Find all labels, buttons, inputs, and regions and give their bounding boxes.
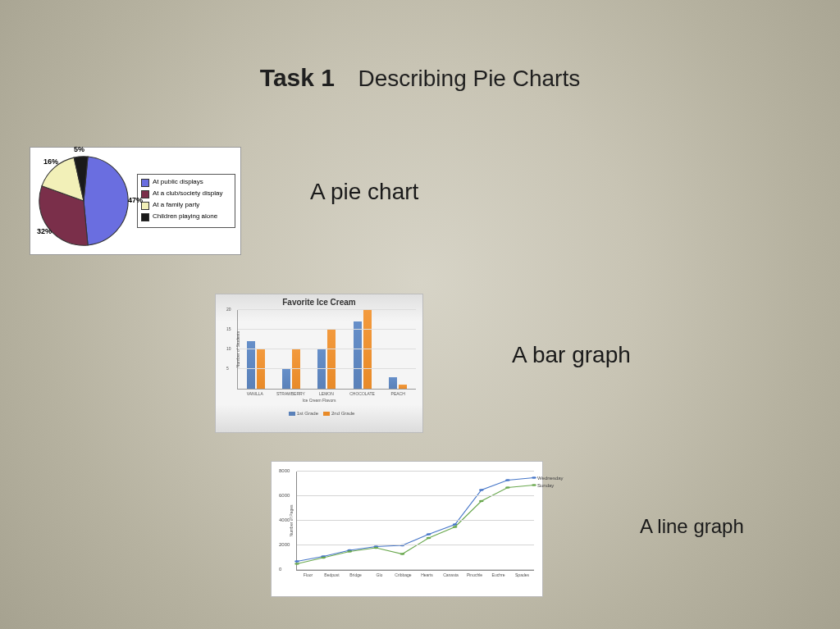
line-xlabels: FloorBedpostBridgeGloCribbageHeartsCanas… [296, 572, 534, 577]
bar [317, 349, 326, 389]
pie-caption: A pie chart [310, 179, 418, 205]
bar-xtick: VANILLA [237, 391, 273, 396]
bar [282, 369, 290, 389]
line-xtick: Hearts [415, 572, 439, 577]
pie-legend-item: At a family party [141, 201, 231, 210]
line-point [400, 553, 405, 554]
bar-xtick: LEMON [308, 391, 345, 396]
line-ytick: 6000 [279, 493, 290, 498]
line-xtick: Cribbage [391, 572, 415, 577]
line-series-label: Wednesday [537, 476, 564, 481]
line-gridline: 4000 [297, 520, 534, 521]
line-chart-panel: Number of Pages 02000400060008000Wednesd… [271, 461, 543, 597]
bar-group [282, 349, 300, 389]
line-ytick: 4000 [279, 517, 290, 522]
line-gridline: 6000 [297, 495, 534, 496]
title-sub: Describing Pie Charts [358, 66, 580, 91]
line-ylabel: Number of Pages [289, 505, 294, 537]
legend-swatch [289, 412, 295, 416]
pie-chart: 47%32%16%5% [30, 148, 137, 254]
bar-xtick: CHOCOLATE [345, 391, 381, 396]
bar [257, 349, 265, 389]
line-point [532, 476, 536, 478]
bar-xlabel: Ice Cream Flavors [216, 398, 422, 403]
bar-xtick: STRAWBERRY [273, 391, 309, 396]
line-xtick: Bedpost [320, 572, 344, 577]
bar [399, 385, 407, 389]
line-point [505, 479, 510, 481]
line-xtick: Spades [510, 572, 534, 577]
line-point [505, 486, 510, 488]
line-point [479, 500, 484, 502]
bar-xlabels: VANILLASTRAWBERRYLEMONCHOCOLATEPEACH [237, 391, 416, 396]
bar-gridline: 5 [238, 368, 416, 369]
bar-chart-panel: Favorite Ice Cream Number of Students 51… [215, 294, 423, 433]
line-point [427, 537, 431, 539]
bar-plot: Number of Students 5101520 [237, 310, 416, 390]
line-point [532, 484, 536, 485]
pie-legend-item: Children playing alone [141, 212, 231, 221]
line-gridline: 0 [297, 569, 534, 570]
bar [292, 349, 300, 389]
pie-slice-label: 47% [128, 196, 143, 204]
bar-ytick: 10 [226, 346, 231, 351]
bar-gridline: 20 [238, 309, 416, 310]
line-xtick: Canasta [439, 572, 463, 577]
slide: Task 1 Describing Pie Charts 47%32%16%5%… [0, 0, 840, 629]
line-xtick: Floor [296, 572, 320, 577]
bar-gridline: 15 [238, 329, 416, 330]
line-point [453, 526, 458, 527]
line-ytick: 2000 [279, 542, 290, 547]
line-ytick: 0 [279, 567, 281, 572]
line-point [294, 560, 299, 562]
bar [354, 321, 362, 389]
pie-slice-label: 32% [37, 227, 52, 235]
line-gridline: 8000 [297, 471, 534, 472]
slide-title: Task 1 Describing Pie Charts [0, 64, 840, 92]
bar-legend: 1st Grade2nd Grade [216, 411, 422, 416]
line-series [297, 485, 534, 564]
legend-label: Children playing alone [153, 212, 217, 220]
pie-slice-label: 5% [74, 145, 84, 153]
bar-gridline: 10 [238, 349, 416, 349]
pie-slice [84, 157, 128, 245]
line-svg [297, 472, 534, 570]
legend-label: 1st Grade [297, 411, 318, 416]
line-point [321, 557, 326, 558]
title-bold: Task 1 [260, 64, 335, 91]
bar-title: Favorite Ice Cream [216, 298, 422, 307]
line-point [347, 550, 352, 552]
legend-label: 2nd Grade [331, 411, 354, 416]
bar-groups [238, 310, 416, 389]
bar-group [354, 310, 372, 389]
bar [363, 310, 372, 389]
bar [389, 377, 397, 389]
line-gridline: 2000 [297, 545, 534, 545]
legend-swatch [141, 179, 149, 187]
bar-xtick: PEACH [380, 391, 416, 396]
line-caption: A line graph [640, 515, 744, 538]
bar-ytick: 20 [226, 307, 231, 312]
legend-label: At a family party [153, 201, 199, 208]
line-ytick: 8000 [279, 468, 290, 473]
pie-legend: At public displaysAt a club/society disp… [137, 174, 235, 228]
line-point [373, 547, 378, 549]
legend-label: At a club/society display [153, 189, 222, 197]
bar-ytick: 5 [226, 366, 229, 371]
bar-group [317, 330, 336, 389]
line-point [427, 533, 431, 535]
bar [327, 330, 336, 389]
line-plot: Number of Pages 02000400060008000Wednesd… [296, 472, 534, 571]
legend-swatch [141, 213, 149, 221]
line-xtick: Euchre [486, 572, 510, 577]
pie-legend-item: At a club/society display [141, 189, 231, 198]
pie-legend-item: At public displays [141, 178, 231, 187]
line-series-label: Sunday [537, 483, 554, 488]
line-point [294, 563, 299, 564]
legend-swatch [323, 412, 330, 416]
legend-label: At public displays [153, 178, 203, 185]
bar-group [389, 377, 407, 389]
bar-ytick: 15 [226, 326, 231, 331]
line-xtick: Glo [368, 572, 391, 577]
line-point [479, 489, 484, 490]
